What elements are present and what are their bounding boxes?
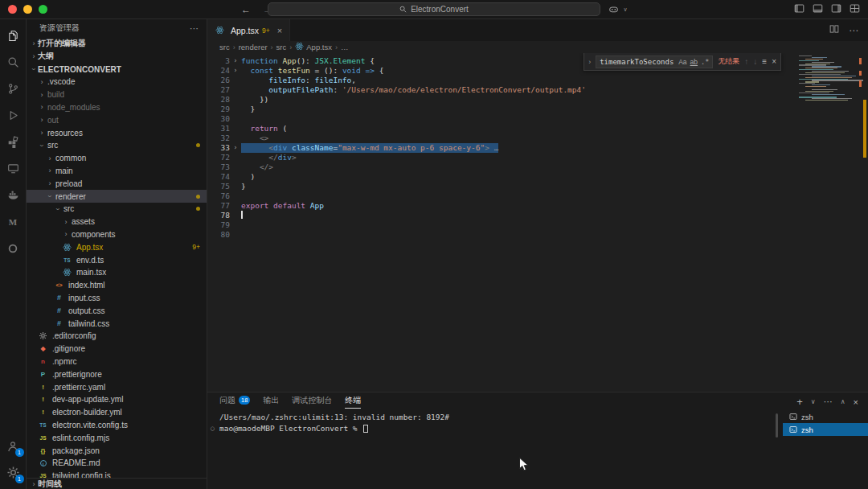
terminal-line[interactable]: ○mao@maodeMBP ElectronConvert %: [219, 423, 449, 434]
section-timeline[interactable]: › 时间线: [27, 478, 207, 489]
tree-item-main[interactable]: ›main: [27, 165, 207, 178]
code-line[interactable]: 29 }: [207, 105, 791, 114]
tree-item-package.json[interactable]: {}package.json: [27, 444, 207, 457]
run-debug-icon[interactable]: [0, 102, 27, 129]
breadcrumb-item[interactable]: src: [276, 43, 287, 51]
settings-gear-icon[interactable]: 1: [0, 459, 27, 486]
tree-item-common[interactable]: ›common: [27, 152, 207, 165]
tree-item-eslint.config.mjs[interactable]: JSeslint.config.mjs: [27, 431, 207, 444]
fold-icon[interactable]: ›: [230, 56, 241, 66]
tree-item-src[interactable]: ›src: [27, 139, 207, 152]
tree-item-.editorconfig[interactable]: .editorconfig: [27, 330, 207, 343]
breadcrumb-item[interactable]: src: [219, 43, 230, 51]
traffic-minimize[interactable]: [23, 5, 32, 14]
source-control-icon[interactable]: [0, 76, 27, 102]
toggle-primary-sidebar-icon[interactable]: [794, 3, 805, 15]
find-in-selection-icon[interactable]: ≡: [762, 57, 767, 66]
breadcrumb-item[interactable]: …: [341, 43, 349, 51]
tree-item-.prettierignore[interactable]: P.prettierignore: [27, 368, 207, 380]
more-actions-icon[interactable]: ⋯: [190, 23, 199, 34]
tree-item-main.tsx[interactable]: main.tsx: [27, 266, 207, 279]
code-line[interactable]: 79: [207, 220, 791, 230]
customize-layout-icon[interactable]: [850, 3, 860, 15]
tree-item-components[interactable]: ›components: [27, 228, 207, 241]
chevron-icon[interactable]: ›: [46, 154, 54, 162]
tree-item-dev-app-update.yml[interactable]: !dev-app-update.yml: [27, 393, 207, 406]
m-letter-extension-icon[interactable]: M: [0, 208, 27, 235]
find-input[interactable]: [600, 58, 675, 66]
terminal-scrollbar[interactable]: [776, 413, 778, 438]
section-open-editors[interactable]: › 打开的编辑器: [27, 37, 207, 50]
tree-item-App.tsx[interactable]: App.tsx9+: [27, 240, 207, 253]
tree-item-.prettierrc.yaml[interactable]: !.prettierrc.yaml: [27, 380, 207, 393]
terminal-tab-zsh[interactable]: zsh: [783, 423, 868, 436]
next-match-icon[interactable]: ↓: [753, 57, 757, 66]
chevron-icon[interactable]: ›: [62, 230, 70, 238]
close-panel-icon[interactable]: ×: [854, 397, 858, 407]
chevron-icon[interactable]: ›: [38, 78, 46, 86]
traffic-zoom[interactable]: [39, 5, 47, 14]
chevron-icon[interactable]: ›: [38, 129, 46, 137]
tree-item-.gitignore[interactable]: ◆.gitignore: [27, 343, 207, 355]
tree-item-env.d.ts[interactable]: TSenv.d.ts: [27, 253, 207, 266]
previous-match-icon[interactable]: ↑: [744, 57, 748, 66]
tab-app-tsx[interactable]: App.tsx 9+ ×: [207, 19, 290, 41]
tab-close-icon[interactable]: ×: [277, 26, 282, 35]
chevron-icon[interactable]: ›: [46, 192, 54, 200]
code-line[interactable]: 32 <>: [207, 134, 791, 143]
code-line[interactable]: 78: [207, 211, 791, 220]
code-line[interactable]: 27 outputFilePath: '/Users/mao/code/elec…: [207, 85, 791, 95]
tree-item-.npmrc[interactable]: n.npmrc: [27, 355, 207, 368]
breadcrumb-item[interactable]: App.tsx: [295, 42, 332, 52]
code-line[interactable]: 30: [207, 114, 791, 124]
extensions-icon[interactable]: [0, 129, 27, 155]
new-terminal-icon[interactable]: +: [796, 396, 803, 408]
panel-tab-输出[interactable]: 输出: [263, 392, 279, 409]
tree-item-preload[interactable]: ›preload: [27, 177, 207, 190]
regex-icon[interactable]: .*: [701, 58, 709, 66]
search-icon[interactable]: [0, 49, 27, 76]
chevron-icon[interactable]: ›: [38, 91, 46, 99]
tree-item-resources[interactable]: ›resources: [27, 126, 207, 139]
chevron-icon[interactable]: ›: [46, 179, 54, 187]
chevron-icon[interactable]: ›: [54, 205, 62, 213]
code-line[interactable]: 75}: [207, 182, 791, 191]
chevron-icon[interactable]: ›: [46, 166, 54, 175]
toggle-replace-icon[interactable]: ›: [588, 58, 591, 66]
tree-item-input.css[interactable]: #input.css: [27, 292, 207, 305]
toggle-secondary-sidebar-icon[interactable]: [831, 3, 841, 15]
maximize-panel-icon[interactable]: ∧: [841, 398, 845, 405]
copilot-icon[interactable]: ∨: [608, 4, 629, 14]
fold-icon[interactable]: ›: [230, 143, 241, 153]
close-find-icon[interactable]: ×: [772, 57, 776, 66]
code-line[interactable]: 26 fileInfo: fileInfo,: [207, 76, 791, 85]
terminal-output[interactable]: /Users/mao/.zshrc:ulimit:13: invalid num…: [219, 412, 449, 434]
minimap[interactable]: [797, 53, 862, 158]
traffic-close[interactable]: [8, 5, 17, 14]
code-line[interactable]: 74 ): [207, 172, 791, 182]
panel-tab-终端[interactable]: 终端: [345, 392, 361, 409]
panel-more-icon[interactable]: ⋯: [824, 397, 833, 407]
code-line[interactable]: 73 </>: [207, 162, 791, 172]
match-case-icon[interactable]: Aa: [678, 58, 686, 66]
chevron-icon[interactable]: ›: [38, 103, 46, 111]
tree-item-README.md[interactable]: iREADME.md: [27, 457, 207, 470]
breadcrumb-item[interactable]: renderer: [239, 43, 268, 51]
toggle-panel-icon[interactable]: [813, 3, 823, 15]
panel-tab-问题[interactable]: 问题18: [219, 392, 250, 409]
whole-word-icon[interactable]: ab: [690, 58, 698, 66]
code-line[interactable]: 77export default App: [207, 201, 791, 211]
section-project-root[interactable]: › ELECTRONCONVERT: [27, 63, 207, 76]
ring-extension-icon[interactable]: [0, 235, 27, 261]
panel-tab-调试控制台[interactable]: 调试控制台: [292, 392, 332, 409]
terminal-dropdown-icon[interactable]: ∨: [811, 398, 816, 405]
chevron-icon[interactable]: ›: [38, 142, 46, 150]
chevron-icon[interactable]: ›: [62, 218, 70, 226]
tree-item-assets[interactable]: ›assets: [27, 216, 207, 228]
code-line[interactable]: 72 </div>: [207, 153, 791, 162]
back-icon[interactable]: ←: [241, 4, 251, 15]
code-line[interactable]: 33› <div className="max-w-md mx-auto p-6…: [207, 143, 791, 153]
tree-item-index.html[interactable]: <>index.html: [27, 279, 207, 292]
tree-item-.vscode[interactable]: ›.vscode: [27, 76, 207, 88]
section-outline[interactable]: › 大纲: [27, 50, 207, 63]
